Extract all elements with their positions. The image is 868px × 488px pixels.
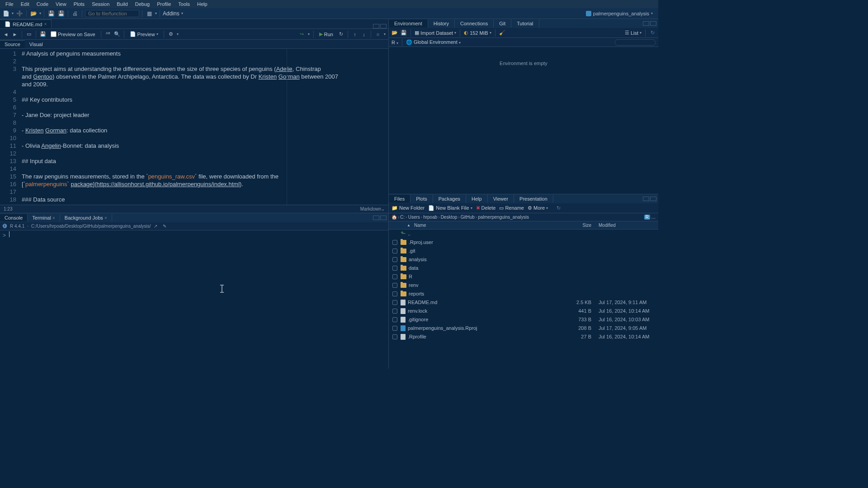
project-selector[interactable]: palmerpenguins_analysis ▾	[586, 11, 656, 16]
memory-usage[interactable]: ◐152 MiB▾	[464, 30, 491, 36]
connections-tab[interactable]: Connections	[455, 19, 494, 28]
close-icon[interactable]: ×	[104, 216, 107, 221]
menu-session[interactable]: Session	[88, 1, 113, 7]
menu-debug[interactable]: Debug	[132, 1, 153, 7]
find-replace-icon[interactable]: 🔍	[114, 31, 120, 38]
crumb[interactable]: C:	[400, 215, 405, 220]
viewer-tab[interactable]: Viewer	[488, 195, 514, 203]
crumb[interactable]: Desktop	[441, 215, 458, 220]
new-file-icon[interactable]: 📄	[2, 9, 10, 18]
col-name[interactable]: Name	[411, 223, 563, 228]
file-type-label[interactable]: Markdown	[360, 206, 381, 211]
environment-tab[interactable]: Environment	[389, 19, 428, 28]
outline-icon[interactable]: ≡	[375, 31, 381, 38]
menu-tools[interactable]: Tools	[175, 1, 193, 7]
source-mode-tab[interactable]: Source	[0, 40, 25, 48]
crumb[interactable]: hrpoab	[423, 215, 437, 220]
maximize-pane-icon[interactable]	[650, 21, 656, 26]
col-modified[interactable]: Modified	[595, 223, 658, 228]
more-button[interactable]: ⚙More▾	[528, 205, 548, 211]
rerun-icon[interactable]: ↻	[338, 31, 344, 38]
console-body[interactable]: >	[0, 230, 388, 369]
file-checkbox[interactable]	[392, 334, 397, 339]
new-folder-button[interactable]: 📁New Folder	[392, 205, 425, 211]
forward-icon[interactable]: ►	[12, 31, 18, 38]
preview-button[interactable]: 📄Preview▾	[128, 30, 160, 38]
minimize-pane-icon[interactable]	[373, 24, 379, 28]
file-checkbox[interactable]	[392, 317, 397, 322]
file-row[interactable]: .gitignore733 BJul 16, 2024, 10:03 AM	[389, 315, 658, 324]
working-directory[interactable]: C:/Users/hrpoab/Desktop/GitHub/palmerpen…	[31, 224, 151, 229]
language-selector[interactable]: R ▾	[392, 40, 398, 45]
preview-on-save-toggle[interactable]: Preview on Save	[49, 30, 97, 38]
save-file-icon[interactable]: 💾	[40, 31, 46, 38]
run-button[interactable]: ▶Run	[317, 30, 335, 38]
save-icon[interactable]: 💾	[47, 9, 55, 18]
close-icon[interactable]: ×	[52, 216, 55, 221]
file-row[interactable]: reports	[389, 290, 658, 298]
help-tab[interactable]: Help	[466, 195, 488, 203]
file-row[interactable]: data	[389, 264, 658, 272]
code-content[interactable]: # Analysis of penguins measurements This…	[20, 49, 388, 205]
spellcheck-icon[interactable]: ᴬᴮ	[105, 31, 111, 38]
menu-code[interactable]: Code	[33, 1, 52, 7]
print-icon[interactable]: 🖨	[71, 9, 79, 18]
save-all-icon[interactable]: 💾	[57, 9, 65, 18]
close-tab-icon[interactable]: ×	[44, 22, 47, 27]
files-tab[interactable]: Files	[389, 195, 410, 203]
col-size[interactable]: Size	[563, 223, 595, 228]
show-in-new-window-icon[interactable]: ▭	[26, 31, 32, 38]
maximize-pane-icon[interactable]	[380, 24, 387, 28]
crumb[interactable]: Users	[408, 215, 420, 220]
menu-help[interactable]: Help	[193, 1, 211, 7]
r-badge-icon[interactable]: R	[644, 215, 650, 220]
grid-icon[interactable]: ▦	[145, 9, 153, 18]
file-checkbox[interactable]	[392, 266, 397, 271]
addins-button[interactable]: Addins	[163, 10, 179, 17]
background-jobs-tab[interactable]: Background Jobs ×	[60, 214, 112, 221]
file-checkbox[interactable]	[392, 291, 397, 296]
file-checkbox[interactable]	[392, 240, 397, 245]
file-row[interactable]: renv.lock441 BJul 16, 2024, 10:14 AM	[389, 307, 658, 315]
file-checkbox[interactable]	[392, 257, 397, 262]
file-checkbox[interactable]	[392, 283, 397, 288]
new-file-dropdown[interactable]: ▾	[12, 11, 14, 15]
save-workspace-icon[interactable]: 💾	[401, 30, 407, 36]
load-workspace-icon[interactable]: 📂	[392, 30, 398, 36]
menu-plots[interactable]: Plots	[70, 1, 88, 7]
editor-body[interactable]: 1234567891011121314151617181920 # Analys…	[0, 49, 388, 205]
file-row[interactable]: palmerpenguins_analysis.Rproj208 BJul 17…	[389, 324, 658, 333]
open-file-icon[interactable]: 📂	[29, 9, 38, 18]
file-checkbox[interactable]	[392, 249, 397, 253]
file-checkbox[interactable]	[392, 274, 397, 279]
go-to-next-icon[interactable]: ↓	[361, 31, 367, 38]
back-icon[interactable]: ◄	[3, 31, 9, 38]
menu-file[interactable]: File	[2, 1, 17, 7]
open-recent-dropdown[interactable]: ▾	[39, 11, 41, 15]
insert-chunk-icon[interactable]: ↪	[299, 31, 305, 38]
home-icon[interactable]: 🏠	[392, 215, 397, 220]
file-row[interactable]: R	[389, 272, 658, 281]
new-blank-file-button[interactable]: 📄New Blank File▾	[428, 205, 472, 211]
maximize-pane-icon[interactable]	[650, 197, 656, 201]
presentation-tab[interactable]: Presentation	[514, 195, 553, 203]
menu-view[interactable]: View	[52, 1, 70, 7]
minimize-pane-icon[interactable]	[643, 21, 649, 26]
more-path-icon[interactable]: …	[651, 215, 656, 220]
file-row[interactable]: renv	[389, 281, 658, 290]
env-search-input[interactable]	[615, 39, 656, 46]
minimize-pane-icon[interactable]	[373, 216, 379, 220]
gear-icon[interactable]: ⚙	[168, 31, 174, 38]
delete-button[interactable]: ✖Delete	[476, 205, 496, 211]
menu-edit[interactable]: Edit	[17, 1, 33, 7]
file-checkbox[interactable]	[392, 300, 397, 305]
file-checkbox[interactable]	[392, 326, 397, 331]
file-row[interactable]: .git	[389, 247, 658, 255]
visual-mode-tab[interactable]: Visual	[25, 41, 47, 48]
packages-tab[interactable]: Packages	[433, 195, 466, 203]
git-tab[interactable]: Git	[494, 19, 511, 28]
refresh-icon[interactable]: ↻	[649, 30, 656, 36]
file-row[interactable]: ⬑..	[389, 230, 658, 238]
file-checkbox[interactable]	[392, 309, 397, 314]
tutorial-tab[interactable]: Tutorial	[511, 19, 539, 28]
